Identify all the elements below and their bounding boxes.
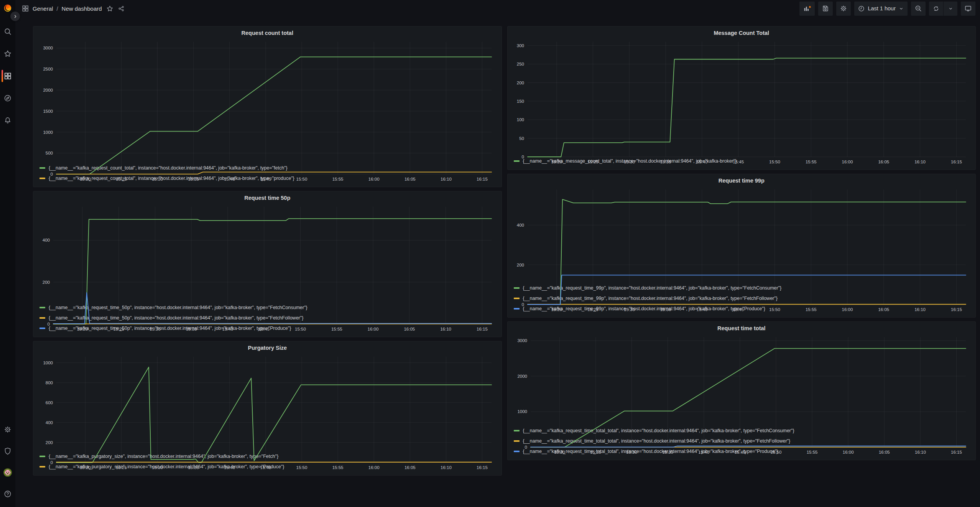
star-dashboard-button[interactable]: [106, 5, 113, 12]
time-series-chart[interactable]: 020040015:2015:2515:3015:3515:4015:4515:…: [38, 203, 497, 301]
svg-text:15:25: 15:25: [113, 327, 124, 331]
sidebar-item-server-admin[interactable]: [0, 440, 15, 462]
breadcrumb-folder[interactable]: General: [33, 5, 53, 12]
sidebar-item-starred[interactable]: [0, 43, 15, 65]
panel-title: Request time 50p: [244, 195, 290, 201]
svg-text:16:15: 16:15: [477, 327, 488, 331]
svg-text:2000: 2000: [43, 88, 53, 92]
sidebar: [0, 0, 15, 507]
svg-text:16:10: 16:10: [914, 307, 926, 312]
svg-text:16:10: 16:10: [441, 465, 452, 470]
refresh-interval-dropdown[interactable]: [943, 2, 957, 16]
sidebar-item-explore[interactable]: [0, 87, 15, 109]
svg-text:800: 800: [46, 380, 53, 385]
svg-text:15:45: 15:45: [733, 307, 744, 312]
svg-text:15:45: 15:45: [260, 465, 271, 470]
sidebar-item-configuration[interactable]: [0, 419, 15, 440]
sidebar-expand-button[interactable]: [10, 12, 20, 21]
time-series-chart[interactable]: 05010015020025030015:2015:2515:3015:3515…: [512, 38, 971, 155]
svg-text:15:25: 15:25: [587, 307, 599, 312]
left-column: Request count total 05001000150020002500…: [33, 26, 502, 476]
save-icon: [822, 5, 829, 12]
add-panel-button[interactable]: [799, 2, 815, 16]
svg-text:15:55: 15:55: [331, 327, 342, 331]
svg-text:15:55: 15:55: [805, 307, 816, 312]
svg-text:16:00: 16:00: [842, 160, 853, 164]
breadcrumb-dashboard-name[interactable]: New dashboard: [62, 5, 102, 12]
svg-text:15:40: 15:40: [222, 327, 233, 331]
svg-text:16:15: 16:15: [477, 177, 488, 181]
panel-header[interactable]: Request time total: [511, 323, 973, 333]
zoom-out-time-button[interactable]: [911, 2, 926, 16]
monitor-icon: [964, 5, 972, 12]
clock-icon: [858, 5, 865, 12]
svg-text:16:05: 16:05: [404, 327, 415, 331]
cycle-view-mode-button[interactable]: [961, 2, 975, 16]
right-column: Message Count Total 05010015020025030015…: [507, 26, 976, 476]
compass-icon: [3, 94, 12, 102]
svg-text:100: 100: [516, 117, 524, 122]
panel-header[interactable]: Request time 99p: [511, 176, 973, 186]
svg-text:0: 0: [525, 445, 527, 449]
svg-text:15:35: 15:35: [188, 177, 199, 181]
sidebar-item-dashboards[interactable]: [0, 65, 15, 87]
svg-text:15:30: 15:30: [624, 307, 635, 312]
dashboard-settings-button[interactable]: [836, 2, 851, 16]
svg-text:0: 0: [521, 155, 524, 159]
svg-text:16:15: 16:15: [951, 307, 962, 312]
svg-text:15:35: 15:35: [660, 307, 671, 312]
svg-text:0: 0: [48, 322, 50, 326]
svg-text:15:20: 15:20: [551, 307, 562, 312]
sidebar-item-search[interactable]: [0, 20, 15, 43]
svg-text:15:40: 15:40: [698, 450, 709, 454]
svg-text:16:15: 16:15: [951, 160, 962, 164]
svg-text:15:20: 15:20: [551, 160, 562, 164]
panel-header[interactable]: Purgatory Size: [36, 343, 498, 353]
refresh-button[interactable]: [929, 2, 943, 16]
svg-text:15:45: 15:45: [258, 327, 270, 331]
time-series-chart[interactable]: 010002000300015:2015:2515:3015:3515:4015…: [512, 333, 971, 425]
grafana-logo[interactable]: [3, 3, 12, 13]
svg-text:15:25: 15:25: [587, 160, 599, 164]
panel-header[interactable]: Request count total: [36, 28, 498, 38]
svg-text:16:00: 16:00: [842, 450, 853, 454]
svg-text:400: 400: [516, 223, 524, 227]
navbar-actions: Last 1 hour: [799, 2, 975, 16]
panel-request-count-total: Request count total 05001000150020002500…: [33, 26, 502, 187]
save-dashboard-button[interactable]: [818, 2, 833, 16]
time-series-chart[interactable]: 0200400600800100015:2015:2515:3015:3515:…: [38, 353, 497, 450]
panel-header[interactable]: Message Count Total: [511, 28, 973, 38]
sidebar-bottom-group: [0, 419, 15, 505]
sidebar-top-group: [0, 20, 15, 132]
svg-text:15:55: 15:55: [805, 160, 816, 164]
svg-text:200: 200: [46, 440, 53, 445]
svg-text:3000: 3000: [43, 46, 53, 50]
svg-text:0: 0: [51, 172, 53, 176]
svg-text:15:55: 15:55: [332, 177, 344, 181]
svg-text:15:45: 15:45: [733, 160, 744, 164]
svg-text:500: 500: [46, 151, 53, 155]
panel-header[interactable]: Request time 50p: [36, 193, 498, 203]
time-series-chart[interactable]: 05001000150020002500300015:2015:2515:301…: [38, 38, 497, 162]
svg-text:15:40: 15:40: [696, 307, 707, 312]
time-series-chart[interactable]: 020040015:2015:2515:3015:3515:4015:4515:…: [512, 186, 971, 282]
svg-text:15:55: 15:55: [806, 450, 817, 454]
panel-request-time-total: Request time total 010002000300015:2015:…: [507, 321, 976, 460]
svg-text:200: 200: [516, 263, 524, 267]
svg-text:16:10: 16:10: [914, 160, 926, 164]
time-range-picker[interactable]: Last 1 hour: [854, 2, 908, 16]
svg-text:16:15: 16:15: [951, 450, 962, 454]
svg-text:1000: 1000: [517, 409, 527, 414]
svg-text:16:05: 16:05: [878, 307, 889, 312]
sidebar-item-help[interactable]: [0, 483, 15, 505]
svg-text:1500: 1500: [43, 109, 53, 114]
svg-text:50: 50: [519, 136, 524, 141]
sidebar-item-profile[interactable]: [0, 462, 15, 483]
share-dashboard-button[interactable]: [118, 5, 125, 12]
svg-text:150: 150: [516, 99, 524, 104]
svg-text:200: 200: [516, 81, 524, 85]
svg-text:15:35: 15:35: [662, 450, 673, 454]
user-avatar: [3, 467, 13, 477]
svg-text:0: 0: [51, 460, 53, 465]
sidebar-item-alerting[interactable]: [0, 109, 15, 132]
